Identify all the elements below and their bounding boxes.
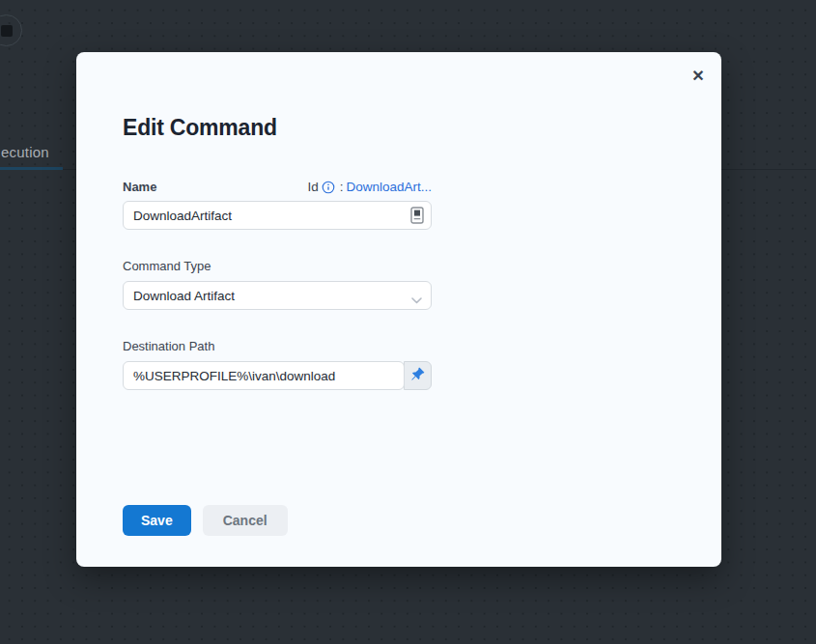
stop-square-icon (1, 25, 13, 37)
destination-path-input-group (123, 361, 432, 390)
command-type-field-group: Command Type Download Artifact (123, 257, 432, 310)
modal-actions: Save Cancel (123, 505, 675, 536)
edit-command-modal: ✕ Edit Command Name Id : DownloadA (76, 52, 721, 567)
close-icon[interactable]: ✕ (688, 65, 709, 86)
command-id-link[interactable]: DownloadArt... (346, 180, 432, 194)
destination-path-label: Destination Path (123, 339, 214, 353)
modal-title: Edit Command (123, 114, 675, 141)
command-type-label: Command Type (123, 259, 211, 273)
destination-path-field-group: Destination Path (123, 337, 432, 390)
command-type-select[interactable]: Download Artifact (123, 281, 432, 310)
chevron-down-icon (411, 293, 422, 307)
destination-path-input[interactable] (123, 361, 405, 390)
modal-content: Edit Command Name Id : DownloadArt... (76, 52, 721, 536)
cancel-button[interactable]: Cancel (203, 505, 288, 536)
name-label-row: Name Id : DownloadArt... (123, 180, 432, 194)
id-colon: : (340, 180, 344, 194)
id-prefix-label: Id (307, 180, 318, 194)
background-stop-button[interactable] (0, 14, 22, 46)
save-button[interactable]: Save (123, 505, 191, 536)
info-icon[interactable] (322, 181, 335, 194)
active-tab-underline (0, 167, 63, 170)
pin-button[interactable] (404, 361, 432, 390)
name-input[interactable] (123, 201, 432, 230)
autofill-card-icon[interactable] (410, 207, 424, 228)
command-type-selected-value: Download Artifact (133, 289, 235, 303)
command-id-reference: Id : DownloadArt... (307, 180, 432, 194)
background-tab-execution[interactable]: ecution (1, 144, 49, 160)
name-label: Name (123, 180, 156, 194)
pin-icon (410, 367, 425, 384)
name-field-group: Name Id : DownloadArt... (123, 180, 432, 230)
name-input-wrap (123, 201, 432, 230)
